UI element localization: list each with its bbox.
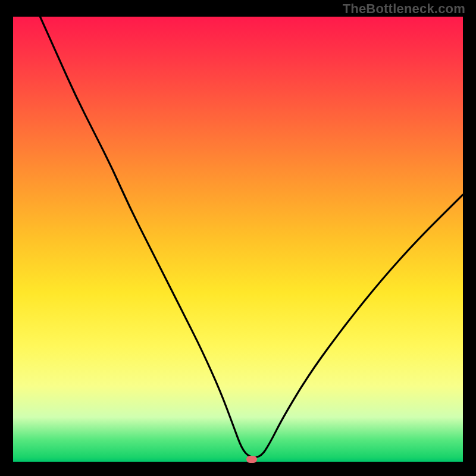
chart-stage: TheBottleneck.com	[0, 0, 476, 476]
watermark-text: TheBottleneck.com	[343, 1, 465, 17]
plot-area	[13, 17, 463, 462]
bottleneck-curve	[13, 17, 463, 462]
bottleneck-marker	[246, 456, 257, 463]
